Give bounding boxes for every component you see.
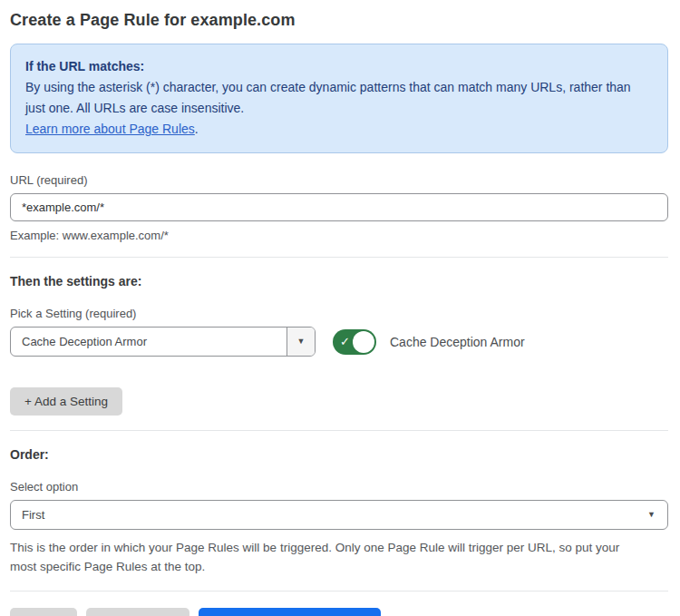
order-select-value: First: [11, 501, 647, 529]
toggle-knob: [353, 331, 374, 353]
setting-toggle[interactable]: ✓: [333, 329, 376, 355]
pick-setting-label: Pick a Setting (required): [10, 307, 668, 320]
add-setting-button[interactable]: + Add a Setting: [10, 387, 122, 416]
section-divider: [10, 430, 668, 431]
order-select-arrow: ▼: [647, 501, 667, 529]
setting-select-arrow-button[interactable]: ▼: [287, 328, 315, 356]
info-box-link-line: Learn more about Page Rules.: [25, 119, 653, 140]
order-select-label: Select option: [10, 480, 668, 494]
save-and-deploy-button[interactable]: Save and Deploy Page Rule: [199, 608, 382, 616]
save-as-draft-button[interactable]: Save as Draft: [86, 608, 189, 616]
order-helper-text: This is the order in which your Page Rul…: [10, 538, 645, 576]
settings-section-heading: Then the settings are:: [10, 274, 668, 288]
footer-actions: Cancel Save as Draft Save and Deploy Pag…: [10, 608, 668, 616]
setting-toggle-label: Cache Deception Armor: [390, 335, 525, 349]
url-input[interactable]: [10, 193, 668, 221]
chevron-down-icon: ▼: [647, 511, 656, 519]
learn-more-link[interactable]: Learn more about Page Rules: [25, 122, 195, 136]
info-box-heading: If the URL matches:: [25, 56, 653, 77]
page-title: Create a Page Rule for example.com: [10, 11, 668, 30]
url-match-info-box: If the URL matches: By using the asteris…: [10, 44, 668, 153]
url-example-helper: Example: www.example.com/*: [10, 229, 668, 242]
order-section-heading: Order:: [10, 447, 668, 462]
create-page-rule-form: Create a Page Rule for example.com If th…: [0, 0, 680, 616]
setting-select-value: Cache Deception Armor: [11, 328, 287, 356]
cancel-button[interactable]: Cancel: [10, 608, 77, 616]
chevron-down-icon: ▼: [297, 337, 306, 346]
check-icon: ✓: [340, 336, 350, 347]
order-select[interactable]: First ▼: [10, 500, 668, 530]
setting-select[interactable]: Cache Deception Armor ▼: [10, 327, 316, 357]
url-field-label: URL (required): [10, 173, 668, 187]
link-suffix: .: [195, 122, 199, 136]
info-box-body: By using the asterisk (*) character, you…: [25, 77, 653, 119]
setting-row: Cache Deception Armor ▼ ✓ Cache Deceptio…: [10, 327, 668, 357]
section-divider: [10, 257, 668, 258]
footer-divider: [10, 591, 668, 592]
